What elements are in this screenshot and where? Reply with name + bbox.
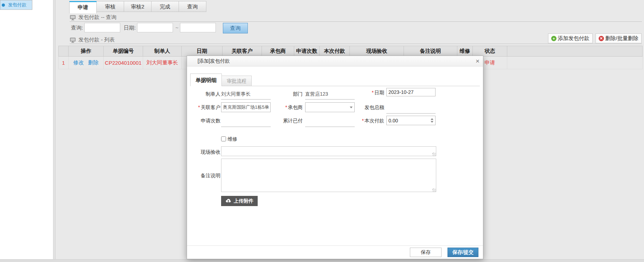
sidebar-splitter[interactable] [54, 0, 56, 262]
upload-attachment-label: 上传附件 [234, 198, 253, 204]
apply-count-field[interactable] [221, 116, 271, 127]
department-label: 部门 [271, 91, 303, 97]
resize-grip-icon[interactable] [432, 153, 436, 156]
payment-input[interactable] [387, 116, 435, 125]
delete-link[interactable]: 删除 [88, 59, 99, 65]
close-icon[interactable]: × [476, 56, 479, 66]
cross-circle-icon: ✕ [599, 36, 604, 41]
delete-batch-button-label: 删除/批量删除 [605, 35, 638, 42]
list-section-title: 发包付款 - 列表 [70, 37, 115, 43]
divider [70, 44, 642, 44]
dialog-body: 单据明细 审批流程 制单人 刘大同董事长 部门 直营店123 *日期 *关联客户… [187, 66, 483, 245]
cell-actions: 修改 删除 [69, 57, 104, 69]
paid-label: 累计已付 [271, 118, 303, 124]
search-button[interactable]: 查询 [223, 23, 248, 33]
tab-doc-detail[interactable]: 单据明细 [190, 74, 222, 86]
delete-batch-button[interactable]: ✕ 删除/批量删除 [595, 33, 642, 43]
acceptance-label: 现场验收 [187, 149, 220, 155]
list-section-title-text: 发包付款 - 列表 [78, 37, 115, 43]
remark-textarea[interactable] [221, 159, 436, 192]
cell-rownum: 1 [59, 57, 69, 69]
col-apply-count: 申请次数 [294, 46, 320, 57]
dialog-footer: 保存 保存/提交 [187, 245, 483, 259]
acceptance-textarea[interactable] [221, 146, 436, 156]
contractor-label: *承包商 [271, 104, 303, 111]
col-creator: 制单人 [143, 46, 182, 57]
workflow-tabs: 申请 审核 审核2 完成 查询 [69, 1, 206, 13]
tab-review[interactable]: 审核 [97, 1, 124, 12]
date-from-input[interactable] [137, 23, 173, 32]
col-remark: 备注说明 [404, 46, 457, 57]
plus-circle-icon: ＋ [551, 36, 556, 41]
customer-select[interactable]: 奥克斯国际广场1栋5单 [221, 102, 271, 112]
remark-label: 备注说明 [187, 173, 220, 179]
col-date: 日期 [182, 46, 223, 57]
divider [70, 21, 642, 22]
date-label: 日期: [124, 23, 136, 33]
col-filler [507, 46, 643, 57]
save-button[interactable]: 保存 [410, 248, 442, 257]
bullet-dot-icon [2, 4, 5, 7]
date-field-input[interactable] [386, 88, 436, 96]
dialog-titlebar: [添加]发包付款 × [187, 56, 483, 66]
tab-review2[interactable]: 审核2 [124, 1, 152, 12]
col-payment: 本次付款 [320, 46, 350, 57]
dialog-title: [添加]发包付款 [198, 58, 230, 64]
monitor-icon [70, 15, 76, 20]
chevron-down-icon [266, 107, 269, 108]
cell-creator: 刘大同董事长 [143, 57, 182, 69]
spinner-up-icon[interactable] [431, 118, 433, 120]
monitor-icon [70, 37, 76, 43]
col-actions: 操作 [69, 46, 104, 57]
sidebar-item-contract-payment[interactable]: 发包付款 [0, 0, 32, 10]
repair-checkbox-label: 维修 [227, 136, 237, 142]
save-submit-button[interactable]: 保存/提交 [447, 248, 478, 257]
col-customer: 关联客户 [223, 46, 262, 57]
query-section-title: 发包付款 -- 查询 [70, 14, 116, 21]
tab-apply[interactable]: 申请 [69, 1, 97, 13]
creator-field[interactable]: 刘大同董事长 [221, 88, 271, 100]
add-payment-dialog: [添加]发包付款 × 单据明细 审批流程 制单人 刘大同董事长 部门 直营店12… [187, 56, 483, 259]
creator-label: 制单人 [187, 91, 220, 97]
edit-link[interactable]: 修改 [73, 59, 84, 65]
add-payment-button-label: 添加发包付款 [558, 35, 590, 42]
search-input[interactable] [84, 23, 120, 32]
col-acceptance: 现场验收 [350, 46, 404, 57]
spinner-down-icon[interactable] [431, 121, 433, 123]
resize-grip-icon[interactable] [432, 188, 436, 192]
upload-attachment-button[interactable]: 上传附件 [221, 196, 258, 206]
cell-doc-no: CP2204010001 [104, 57, 143, 69]
col-rownum [59, 46, 69, 57]
bottom-scrollbar[interactable] [0, 259, 644, 262]
col-repair: 维修 [457, 46, 473, 57]
col-doc-no: 单据编号 [104, 46, 143, 57]
cloud-upload-icon [225, 199, 231, 203]
payment-label: *本次付款 [338, 118, 384, 124]
sidebar: 发包付款 [0, 0, 53, 262]
repair-checkbox[interactable] [221, 136, 226, 141]
search-label: 查询: [71, 23, 83, 33]
total-label: 发包总额 [338, 104, 384, 111]
tab-complete[interactable]: 完成 [152, 1, 179, 12]
dialog-tabs: 单据明细 审批流程 [190, 74, 252, 86]
customer-select-value: 奥克斯国际广场1栋5单 [223, 104, 269, 110]
query-section-title-text: 发包付款 -- 查询 [78, 14, 116, 21]
payment-spinner [386, 116, 436, 125]
add-payment-button[interactable]: ＋ 添加发包付款 [548, 33, 593, 43]
date-range-separator: ~ [175, 23, 179, 33]
list-actions: ＋ 添加发包付款 ✕ 删除/批量删除 [548, 33, 642, 43]
tab-query[interactable]: 查询 [179, 1, 206, 12]
sidebar-item-label: 发包付款 [8, 0, 26, 9]
apply-count-label: 申请次数 [187, 118, 220, 124]
date-to-input[interactable] [180, 23, 216, 32]
table-header-row: 操作 单据编号 制单人 日期 关联客户 承包商 申请次数 本次付款 现场验收 备… [59, 46, 643, 57]
col-contractor: 承包商 [262, 46, 294, 57]
tab-approval-flow[interactable]: 审批流程 [222, 76, 252, 86]
customer-label: *关联客户 [187, 104, 220, 111]
total-field[interactable] [386, 102, 436, 114]
col-status: 状态 [473, 46, 507, 57]
cell-filler [507, 57, 643, 69]
date-field-label: *日期 [338, 90, 384, 96]
